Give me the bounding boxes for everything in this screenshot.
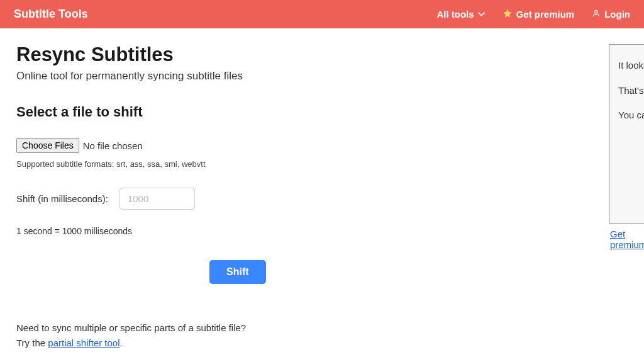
nav-get-premium[interactable]: Get premium — [502, 8, 575, 20]
adblock-notice-box: It looks like you're using an ad blocker… — [609, 44, 644, 224]
footer-line1: Need to sync multiple or specific parts … — [16, 322, 246, 333]
shift-ms-input[interactable] — [119, 188, 195, 210]
conversion-hint: 1 second = 1000 milliseconds — [16, 226, 628, 236]
star-icon — [502, 8, 513, 20]
shift-submit-button[interactable]: Shift — [209, 260, 266, 284]
notice-line3: You can support us by getting premium. — [618, 107, 644, 123]
nav-login-label: Login — [604, 9, 630, 20]
file-input-row: Choose Files No file chosen — [16, 138, 628, 153]
header: Subtitle Tools All tools Get premium Log… — [0, 0, 644, 28]
sidebar-panel: It looks like you're using an ad blocker… — [609, 44, 644, 250]
nav-all-tools-label: All tools — [436, 9, 474, 20]
file-status-text: No file chosen — [83, 140, 143, 151]
notice-line2: That's okay. — [618, 82, 644, 99]
footer-line2-suffix: . — [120, 337, 123, 348]
footer-text: Need to sync multiple or specific parts … — [16, 320, 628, 351]
choose-files-button[interactable]: Choose Files — [16, 138, 79, 153]
partial-shifter-link[interactable]: partial shifter tool — [48, 337, 119, 348]
user-icon — [592, 9, 601, 20]
footer-line2-prefix: Try the — [16, 337, 48, 348]
main-content: Resync Subtitles Online tool for permane… — [0, 28, 644, 357]
supported-formats-text: Supported subtitle formats: srt, ass, ss… — [16, 159, 628, 169]
brand-title[interactable]: Subtitle Tools — [14, 8, 436, 21]
submit-row: Shift — [209, 260, 628, 284]
nav-all-tools[interactable]: All tools — [436, 9, 484, 20]
chevron-down-icon — [478, 9, 485, 20]
sidebar-get-premium-link[interactable]: Get premium — [609, 229, 644, 250]
section-title: Select a file to shift — [16, 104, 628, 120]
page-subtitle: Online tool for permanently syncing subt… — [16, 70, 628, 82]
nav: All tools Get premium Login — [436, 8, 630, 20]
shift-label: Shift (in milliseconds): — [16, 193, 108, 204]
page-title: Resync Subtitles — [16, 43, 628, 66]
nav-login[interactable]: Login — [592, 9, 630, 20]
svg-point-0 — [595, 10, 598, 13]
notice-line1: It looks like you're using an ad blocker… — [618, 57, 644, 74]
shift-input-row: Shift (in milliseconds): — [16, 188, 628, 210]
nav-get-premium-label: Get premium — [516, 9, 575, 20]
